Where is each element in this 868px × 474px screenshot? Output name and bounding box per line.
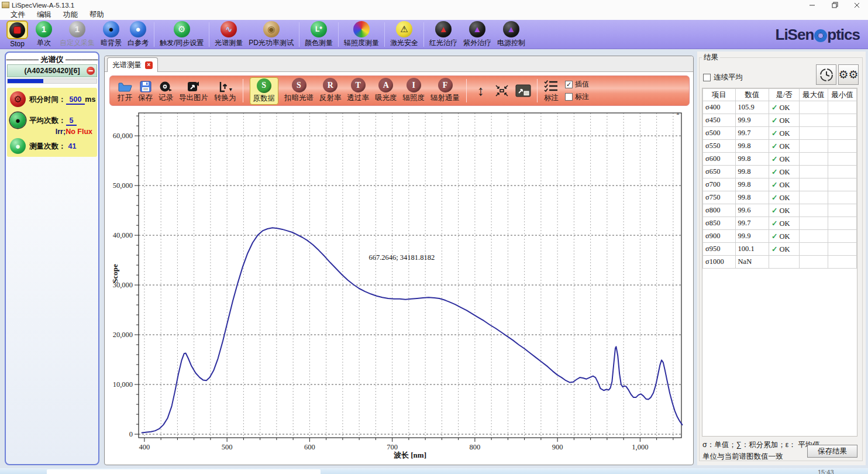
convert-to-label: 转换为	[214, 93, 236, 103]
red-light-therapy-icon: ▲	[435, 21, 452, 37]
absorbance-button[interactable]: A吸光度	[375, 78, 397, 103]
interpolate-checkbox-box[interactable]: ✓	[565, 81, 573, 88]
disconnect-icon[interactable]	[87, 67, 95, 75]
toolbar-stop-button[interactable]: Stop	[6, 20, 28, 48]
tab-close-icon[interactable]: ×	[145, 61, 153, 69]
menu-item-0[interactable]: 文件	[5, 10, 31, 20]
toolbar-color-measure-button[interactable]: L*颜色测量	[305, 21, 333, 48]
raw-data-icon: S	[257, 78, 271, 93]
dropdown-caret-icon: ▾	[229, 86, 232, 92]
record-button[interactable]: 记录	[159, 78, 173, 103]
folder-icon	[118, 78, 132, 92]
measure-count-row: 测量次数：41	[29, 142, 76, 152]
toolbar-white-reference-button[interactable]: ●白参考	[128, 21, 149, 48]
menu-item-2[interactable]: 功能	[57, 10, 84, 20]
check-icon: ✓	[771, 207, 777, 215]
window-title: LiSpecView-A-5.13.1	[12, 2, 74, 9]
ok-text: OK	[780, 245, 790, 253]
result-item: σ700	[703, 178, 736, 191]
progress-fill	[8, 79, 43, 83]
toolbar-single-scan-button[interactable]: 1单次	[34, 21, 54, 48]
spectrum-chart[interactable]: 4005006007008009001,000010,00020,00030,0…	[109, 109, 688, 462]
toolbar-spectrum-measure-button[interactable]: ∿光谱测量	[215, 21, 243, 48]
ok-text: OK	[780, 207, 790, 215]
device-bar[interactable]: (A402450420)[6]	[7, 64, 97, 77]
toolbar-irradiance-measure-button[interactable]: 辐照度测量	[344, 21, 379, 48]
toolbar-dark-background-button[interactable]: ●暗背景	[101, 21, 122, 48]
titlebar: LiSpecView-A-5.13.1	[0, 0, 868, 10]
save-results-button[interactable]: 保存结果	[807, 445, 857, 458]
zoom-region-button[interactable]	[514, 81, 532, 100]
convert-icon: ▾	[218, 78, 232, 92]
continuous-average-checkbox[interactable]: 连续平均	[703, 73, 743, 83]
close-button[interactable]	[846, 0, 868, 10]
tab-spectrum-measure[interactable]: 光谱测量 ×	[107, 57, 158, 72]
convert-to-button[interactable]: ▾转换为	[214, 78, 236, 103]
result-item: σ600	[703, 153, 736, 166]
power-control-label: 电源控制	[497, 38, 525, 48]
toolbar-red-light-therapy-button[interactable]: ▲红光治疗	[429, 21, 457, 48]
taskbar: 15:43	[0, 468, 868, 474]
transmittance-button[interactable]: T透过率	[347, 78, 370, 103]
result-max	[799, 166, 828, 178]
irradiance-button[interactable]: I辐照度	[403, 78, 425, 103]
integration-time-value[interactable]: 500	[66, 95, 85, 105]
menu-item-3[interactable]: 帮助	[84, 10, 110, 20]
results-header-0: 项目	[703, 89, 736, 101]
results-row-σ750: σ75099.8✓OK	[703, 191, 857, 204]
toolbar-pd-power-test-button[interactable]: ◉PD光功率测试	[249, 21, 294, 48]
ok-text: OK	[780, 142, 790, 150]
fit-window-button[interactable]	[493, 81, 511, 100]
open-button[interactable]: 打开	[118, 78, 132, 103]
menu-item-1[interactable]: 编辑	[31, 10, 57, 20]
continuous-average-label: 连续平均	[714, 73, 743, 83]
raw-data-button[interactable]: S原数据	[250, 77, 279, 105]
timer-button[interactable]	[816, 64, 836, 85]
laser-safety-label: 激光安全	[390, 38, 418, 48]
save-button[interactable]: 保存	[138, 78, 153, 103]
toolbar-divider	[209, 22, 209, 47]
trigger-sync-settings-label: 触发/同步设置	[160, 38, 204, 48]
floppy-icon	[140, 78, 151, 92]
result-item: σ450	[703, 114, 736, 127]
settings-button[interactable]: ⚙⚙	[838, 64, 859, 85]
lisenoptics-logo: LiSenptics	[776, 26, 860, 44]
restore-button[interactable]	[824, 0, 846, 10]
annotate-tool-button[interactable]: 标注	[544, 78, 559, 103]
radiant-flux-button[interactable]: F辐射通量	[430, 78, 460, 103]
interpolate-checkbox[interactable]: ✓插值	[565, 80, 589, 90]
tab-label: 光谱测量	[112, 60, 142, 70]
results-header-3: 最大值	[799, 89, 828, 101]
result-max	[799, 230, 828, 243]
svg-text:40,000: 40,000	[113, 231, 133, 239]
reflectance-icon: R	[323, 78, 337, 92]
scroll-up-icon[interactable]: ▲	[676, 111, 680, 116]
minimize-button[interactable]	[801, 0, 824, 10]
continuous-average-box[interactable]	[703, 74, 711, 81]
reflectance-button[interactable]: R反射率	[319, 78, 342, 103]
toolbar-trigger-sync-settings-button[interactable]: ⚙触发/同步设置	[160, 21, 204, 48]
stop-label: Stop	[10, 40, 25, 48]
export-image-button[interactable]: 导出图片	[179, 78, 208, 103]
subtract-dark-spectrum-button[interactable]: S扣暗光谱	[284, 78, 314, 103]
export-image-label: 导出图片	[179, 93, 208, 103]
svg-text:10,000: 10,000	[113, 380, 133, 389]
toolbar-laser-safety-button[interactable]: ⚠激光安全	[390, 21, 418, 48]
check-icon: ✓	[771, 116, 777, 125]
toolbar-divider	[299, 22, 299, 47]
fit-vertical-button[interactable]: ↕	[472, 81, 490, 100]
toolbar-uv-therapy-button[interactable]: ▲紫外治疗	[463, 21, 491, 48]
result-max	[799, 204, 828, 217]
results-footnote-2: 单位与当前谱图数值一致	[702, 452, 783, 462]
taskbar-window-button[interactable]	[47, 469, 321, 474]
toolbar-power-control-button[interactable]: ▲电源控制	[497, 21, 525, 48]
parameter-box: ⚙ 积分时间：500ms ● 平均次数：5 Irr;No Flux ● 测量次数…	[7, 88, 97, 157]
average-count-value[interactable]: 5	[66, 116, 77, 126]
ok-text: OK	[780, 168, 790, 176]
annotate-checkbox-box[interactable]	[565, 93, 573, 101]
annotate-checkbox[interactable]: 标注	[565, 92, 589, 102]
absorbance-icon: A	[378, 78, 393, 92]
result-min	[828, 191, 856, 204]
result-min	[828, 127, 856, 140]
irradiance-label: 辐照度	[403, 93, 425, 103]
